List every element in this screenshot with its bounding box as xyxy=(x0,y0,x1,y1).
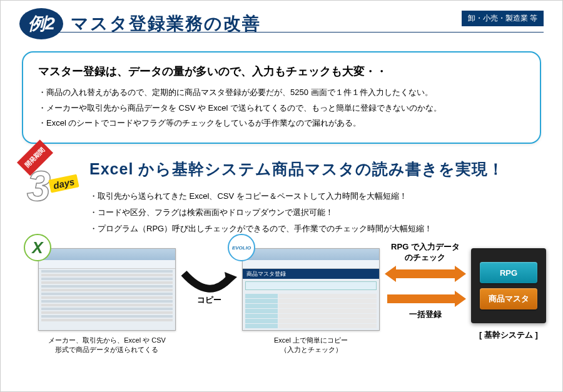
dev-days-number: 3 xyxy=(27,161,51,210)
excel-screenshot: X xyxy=(38,248,176,331)
source-excel-col: X メーカー、取引先から、Excel や CSV 形式で商品データが送られてくる xyxy=(38,248,176,355)
double-arrow-col: RPG で入力データ のチェック 一括登録 xyxy=(385,242,466,320)
right-arrow-icon xyxy=(385,291,466,307)
server-rpg-box: RPG xyxy=(480,262,537,283)
problem-item: ・商品の入れ替えがあるので、定期的に商品マスタ登録が必要だが、5250 画面で１… xyxy=(38,85,525,101)
copy-arrow: コピー xyxy=(181,267,237,306)
solution-title: Excel から基幹システム商品マスタの読み書きを実現！ xyxy=(89,159,544,179)
evolio-icon: EVOLIO xyxy=(228,234,255,261)
solution-item: ・プログラム（RPG）呼び出しチェックができるので、手作業でのチェック時間が大幅… xyxy=(89,221,544,237)
batch-reg-label: 一括登録 xyxy=(409,309,442,320)
page-header: 例2 マスタ登録業務の改善 卸・小売・製造業 等 xyxy=(19,8,544,39)
copy-label: コピー xyxy=(197,294,221,306)
solution-section: 開発期間 3 days Excel から基幹システム商品マスタの読み書きを実現！… xyxy=(19,159,544,237)
problem-item: ・メーカーや取引先から商品データを CSV や Excel で送られてくるので、… xyxy=(38,101,525,116)
tool-col: EVOLIO 商品マスタ登録 Excel 上で簡単にコピー （入力とチェック） xyxy=(242,248,380,355)
dev-period-badge: 開発期間 3 days xyxy=(19,159,82,215)
server-master-box: 商品マスタ xyxy=(480,288,537,309)
problem-item: ・Excel のシートでコードやフラグ等のチェックをしているが手作業なので漏れが… xyxy=(38,116,525,131)
solution-item: ・取引先から送られてきた Excel、CSV をコピー＆ペーストして入力時間を大… xyxy=(89,188,544,204)
server-col: RPG 商品マスタ [ 基幹システム ] xyxy=(471,248,546,341)
svg-marker-2 xyxy=(387,291,466,307)
tool-caption: Excel 上で簡単にコピー （入力とチェック） xyxy=(274,336,348,355)
server-label: [ 基幹システム ] xyxy=(479,329,538,341)
example-number-badge: 例2 xyxy=(19,8,63,39)
solution-item: ・コードや区分、フラグは検索画面やドロップダウンで選択可能！ xyxy=(89,204,544,221)
industry-tag: 卸・小売・製造業 等 xyxy=(462,11,544,26)
flow-diagram: X メーカー、取引先から、Excel や CSV 形式で商品データが送られてくる… xyxy=(19,248,544,355)
tool-header: 商品マスタ登録 xyxy=(243,269,379,279)
core-system-box: RPG 商品マスタ xyxy=(471,248,546,323)
bidir-arrow-icon xyxy=(385,266,466,282)
problem-box: マスター登録は、データの量が多いので、入力もチェックも大変・・ ・商品の入れ替え… xyxy=(22,51,541,144)
evolio-screenshot: EVOLIO 商品マスタ登録 xyxy=(242,248,380,331)
rpg-check-label: RPG で入力データ のチェック xyxy=(391,242,460,263)
source-caption: メーカー、取引先から、Excel や CSV 形式で商品データが送られてくる xyxy=(48,336,166,355)
problem-title: マスター登録は、データの量が多いので、入力もチェックも大変・・ xyxy=(38,64,525,79)
dev-days-unit: days xyxy=(48,174,79,193)
curve-arrow-icon xyxy=(181,267,237,298)
svg-marker-1 xyxy=(385,266,466,282)
excel-icon: X xyxy=(24,234,51,261)
problem-list: ・商品の入れ替えがあるので、定期的に商品マスタ登録が必要だが、5250 画面で１… xyxy=(38,85,525,131)
solution-list: ・取引先から送られてきた Excel、CSV をコピー＆ペーストして入力時間を大… xyxy=(89,188,544,237)
